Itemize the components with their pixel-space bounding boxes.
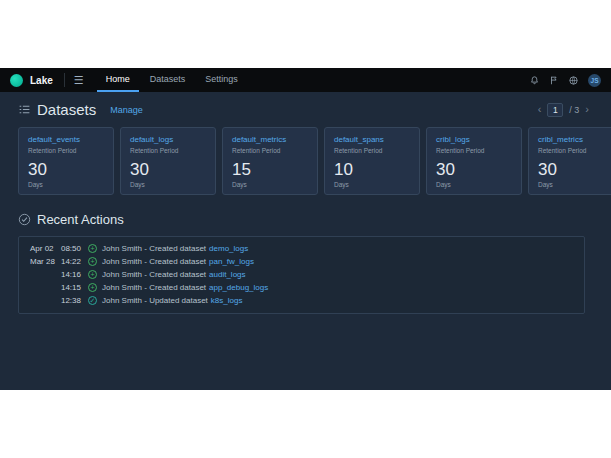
retention-unit: Days	[232, 181, 308, 188]
action-time: 14:16	[55, 270, 81, 279]
retention-value: 30	[538, 161, 611, 178]
retention-unit: Days	[334, 181, 410, 188]
retention-label: Retention Period	[538, 147, 611, 154]
page-total: / 3	[569, 105, 579, 115]
action-text: John Smith - Created dataset	[102, 257, 206, 266]
action-time: 12:38	[55, 296, 81, 305]
recent-actions-title: Recent Actions	[37, 212, 124, 227]
action-row: 14:16 + John Smith - Created dataset aud…	[19, 268, 584, 281]
action-date: Mar 28	[19, 257, 55, 266]
main-nav: Home Datasets Settings	[97, 68, 247, 92]
chevron-right-icon[interactable]: ›	[585, 104, 589, 115]
dataset-card[interactable]: default_metrics Retention Period 15 Days	[222, 127, 318, 195]
action-text: John Smith - Created dataset	[102, 270, 206, 279]
action-text: John Smith - Created dataset	[102, 283, 206, 292]
dataset-cards: default_events Retention Period 30 Days …	[18, 127, 611, 195]
topbar: Lake ☰ Home Datasets Settings JS	[0, 68, 611, 92]
flag-icon[interactable]	[549, 75, 559, 86]
action-time: 14:22	[55, 257, 81, 266]
app-window: Lake ☰ Home Datasets Settings JS	[0, 68, 611, 390]
retention-label: Retention Period	[28, 147, 104, 154]
chevron-left-icon[interactable]: ‹	[538, 104, 542, 115]
list-icon	[18, 103, 31, 116]
retention-value: 30	[436, 161, 512, 178]
action-row: Mar 28 14:22 + John Smith - Created data…	[19, 255, 584, 268]
bell-icon[interactable]	[529, 75, 540, 86]
user-avatar[interactable]: JS	[588, 74, 601, 87]
dataset-name-link[interactable]: default_events	[28, 135, 104, 144]
check-circle-icon: ✓	[88, 296, 97, 305]
dataset-name-link[interactable]: default_logs	[130, 135, 206, 144]
topbar-right: JS	[529, 74, 601, 87]
retention-unit: Days	[130, 181, 206, 188]
datasets-header: Datasets Manage ‹ 1 / 3 ›	[18, 101, 611, 118]
dataset-name-link[interactable]: default_metrics	[232, 135, 308, 144]
dataset-card[interactable]: cribl_metrics Retention Period 30 Days	[528, 127, 611, 195]
action-row: 12:38 ✓ John Smith - Updated dataset k8s…	[19, 294, 584, 307]
dataset-card[interactable]: default_logs Retention Period 30 Days	[120, 127, 216, 195]
recent-actions-header: Recent Actions	[18, 212, 611, 227]
nav-tab-settings[interactable]: Settings	[196, 68, 247, 92]
dataset-name-link[interactable]: cribl_metrics	[538, 135, 611, 144]
retention-label: Retention Period	[232, 147, 308, 154]
dataset-name-link[interactable]: k8s_logs	[211, 296, 243, 305]
retention-unit: Days	[538, 181, 611, 188]
dataset-card[interactable]: default_spans Retention Period 10 Days	[324, 127, 420, 195]
cribl-logo-icon	[10, 74, 23, 87]
action-time: 08:50	[55, 244, 81, 253]
retention-value: 30	[130, 161, 206, 178]
action-row: 14:15 + John Smith - Created dataset app…	[19, 281, 584, 294]
page-number-input[interactable]: 1	[547, 103, 563, 117]
page-title: Datasets	[37, 101, 96, 118]
plus-circle-icon: +	[88, 270, 97, 279]
hamburger-menu-icon[interactable]: ☰	[74, 74, 84, 87]
action-row: Apr 02 08:50 + John Smith - Created data…	[19, 242, 584, 255]
main-content: Datasets Manage ‹ 1 / 3 › default_events…	[0, 92, 611, 390]
check-circle-icon	[18, 213, 31, 226]
manage-link[interactable]: Manage	[110, 105, 143, 115]
globe-icon[interactable]	[568, 75, 579, 86]
topbar-divider	[64, 73, 65, 87]
pagination: ‹ 1 / 3 ›	[538, 103, 589, 117]
plus-circle-icon: +	[88, 244, 97, 253]
nav-tab-datasets[interactable]: Datasets	[141, 68, 195, 92]
dataset-name-link[interactable]: app_debug_logs	[209, 283, 268, 292]
retention-label: Retention Period	[436, 147, 512, 154]
retention-label: Retention Period	[130, 147, 206, 154]
action-time: 14:15	[55, 283, 81, 292]
brand-name: Lake	[30, 75, 53, 86]
plus-circle-icon: +	[88, 283, 97, 292]
plus-circle-icon: +	[88, 257, 97, 266]
dataset-name-link[interactable]: demo_logs	[209, 244, 248, 253]
action-text: John Smith - Created dataset	[102, 244, 206, 253]
retention-label: Retention Period	[334, 147, 410, 154]
retention-value: 10	[334, 161, 410, 178]
dataset-name-link[interactable]: audit_logs	[209, 270, 245, 279]
retention-unit: Days	[436, 181, 512, 188]
retention-unit: Days	[28, 181, 104, 188]
action-text: John Smith - Updated dataset	[102, 296, 208, 305]
dataset-name-link[interactable]: default_spans	[334, 135, 410, 144]
dataset-name-link[interactable]: pan_fw_logs	[209, 257, 254, 266]
recent-actions-list: Apr 02 08:50 + John Smith - Created data…	[18, 236, 585, 314]
retention-value: 30	[28, 161, 104, 178]
dataset-card[interactable]: cribl_logs Retention Period 30 Days	[426, 127, 522, 195]
dataset-card[interactable]: default_events Retention Period 30 Days	[18, 127, 114, 195]
retention-value: 15	[232, 161, 308, 178]
action-date: Apr 02	[19, 244, 55, 253]
dataset-name-link[interactable]: cribl_logs	[436, 135, 512, 144]
nav-tab-home[interactable]: Home	[97, 68, 139, 92]
